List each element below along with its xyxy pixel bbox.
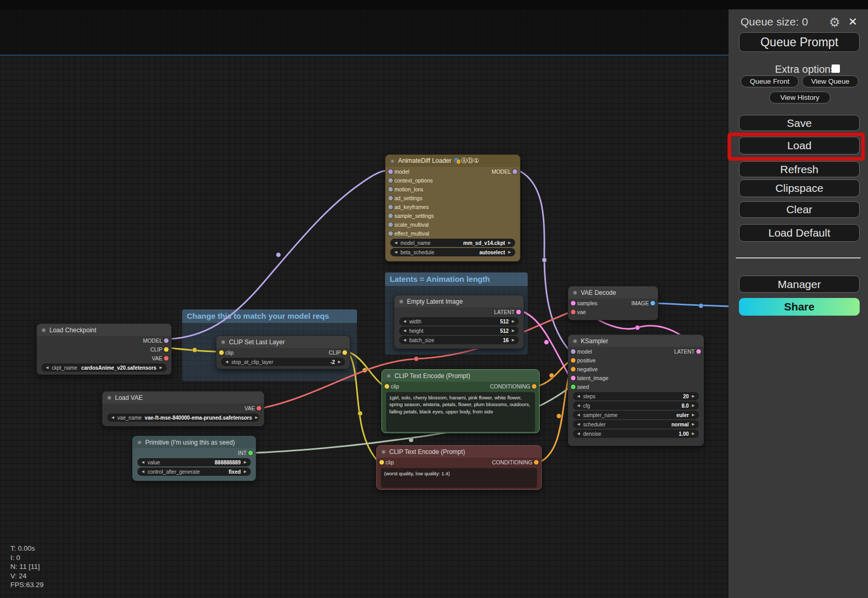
- widget-model_name[interactable]: ◀model_namemm_sd_v14.ckpt▶: [390, 239, 515, 247]
- widget-height[interactable]: ◀height512▶: [399, 327, 519, 335]
- widget-batch_size[interactable]: ◀batch_size16▶: [399, 336, 519, 344]
- node-title-bar[interactable]: Primitive (I'm using this as seed): [133, 436, 256, 448]
- widget-vae_name[interactable]: ◀vae_namevae-ft-mse-840000-ema-pruned.sa…: [107, 413, 259, 422]
- input-slot-clip[interactable]: [219, 350, 224, 355]
- output-slot-INT[interactable]: [248, 450, 253, 455]
- widget-increment-icon[interactable]: ▶: [512, 338, 515, 342]
- widget-increment-icon[interactable]: ▶: [692, 422, 695, 426]
- output-slot-CLIP[interactable]: [342, 350, 347, 355]
- clipspace-button[interactable]: Clipspace: [739, 179, 860, 197]
- input-slot-effect_multival[interactable]: [388, 231, 393, 236]
- input-slot-context_options[interactable]: [388, 178, 393, 183]
- manager-button[interactable]: Manager: [739, 276, 860, 293]
- widget-cfg[interactable]: ◀cfg8.0▶: [573, 401, 699, 410]
- node-title-bar[interactable]: AnimateDiff Loader 🎭ⒶⒹ①: [386, 155, 520, 167]
- input-slot-samples[interactable]: [571, 301, 576, 305]
- widget-decrement-icon[interactable]: ◀: [142, 460, 144, 464]
- reroute-dot[interactable]: [542, 258, 547, 263]
- node-title-bar[interactable]: Load VAE: [103, 392, 264, 404]
- save-button[interactable]: Save: [739, 115, 860, 131]
- widget-decrement-icon[interactable]: ◀: [46, 366, 48, 370]
- output-slot-MODEL[interactable]: [513, 169, 517, 174]
- queue-front-button[interactable]: Queue Front: [741, 75, 799, 87]
- widget-increment-icon[interactable]: ▶: [692, 404, 695, 408]
- widget-increment-icon[interactable]: ▶: [692, 413, 695, 417]
- widget-decrement-icon[interactable]: ◀: [142, 470, 144, 474]
- widget-sampler_name[interactable]: ◀sampler_nameeuler▶: [573, 411, 699, 419]
- node-title-bar[interactable]: Empty Latent Image: [394, 295, 524, 307]
- collapse-dot-icon[interactable]: [137, 440, 142, 445]
- widget-increment-icon[interactable]: ▶: [244, 470, 247, 474]
- extra-options-checkbox[interactable]: [832, 64, 840, 73]
- input-slot-sample_settings[interactable]: [388, 213, 393, 218]
- node-ksampler[interactable]: KSamplermodelLATENTpositivenegativelaten…: [568, 334, 704, 446]
- input-slot-model[interactable]: [388, 169, 393, 174]
- node-title-bar[interactable]: Load Checkpoint: [37, 324, 171, 336]
- node-animatediff-loader[interactable]: AnimateDiff Loader 🎭ⒶⒹ①modelMODELcontext…: [385, 154, 520, 262]
- widget-decrement-icon[interactable]: ◀: [577, 404, 580, 408]
- output-slot-CONDITIONING[interactable]: [534, 460, 539, 464]
- widget-increment-icon[interactable]: ▶: [255, 415, 258, 420]
- widget-decrement-icon[interactable]: ◀: [403, 319, 406, 323]
- load-default-button[interactable]: Load Default: [739, 224, 860, 242]
- widget-width[interactable]: ◀width512▶: [399, 317, 519, 326]
- clear-button[interactable]: Clear: [739, 201, 860, 218]
- input-slot-ad_settings[interactable]: [388, 196, 393, 200]
- widget-increment-icon[interactable]: ▶: [512, 329, 515, 333]
- reroute-dot[interactable]: [409, 438, 414, 443]
- collapse-dot-icon[interactable]: [381, 450, 386, 454]
- group-title[interactable]: Change this to match your model reqs: [182, 309, 357, 323]
- collapse-dot-icon[interactable]: [573, 291, 577, 295]
- widget-increment-icon[interactable]: ▶: [508, 241, 511, 245]
- node-load-vae[interactable]: Load VAEVAE◀vae_namevae-ft-mse-840000-em…: [102, 391, 264, 426]
- widget-increment-icon[interactable]: ▶: [508, 250, 511, 254]
- input-slot-clip[interactable]: [385, 384, 389, 388]
- collapse-dot-icon[interactable]: [221, 340, 225, 344]
- reroute-dot[interactable]: [544, 340, 549, 345]
- reroute-dot[interactable]: [358, 411, 363, 416]
- node-title-bar[interactable]: CLIP Text Encode (Prompt): [377, 446, 541, 458]
- close-icon[interactable]: ✕: [848, 16, 858, 28]
- input-slot-scale_multival[interactable]: [388, 222, 393, 227]
- share-button[interactable]: Share: [739, 298, 860, 316]
- node-title-bar[interactable]: VAE Decode: [568, 287, 658, 298]
- widget-value[interactable]: ◀value888888889▶: [137, 458, 251, 466]
- collapse-dot-icon[interactable]: [387, 374, 391, 378]
- input-slot-latent_image[interactable]: [571, 375, 576, 380]
- widget-decrement-icon[interactable]: ◀: [394, 241, 397, 245]
- input-slot-clip[interactable]: [379, 460, 384, 464]
- input-slot-seed[interactable]: [571, 384, 576, 389]
- widget-increment-icon[interactable]: ▶: [512, 319, 515, 323]
- widget-decrement-icon[interactable]: ◀: [403, 338, 406, 342]
- widget-decrement-icon[interactable]: ◀: [577, 422, 580, 426]
- node-clip-set-last-layer[interactable]: CLIP Set Last LayerclipCLIP◀stop_at_clip…: [216, 335, 350, 369]
- reroute-dot[interactable]: [276, 253, 281, 257]
- node-clip-text-encode-negative[interactable]: CLIP Text Encode (Prompt)clipCONDITIONIN…: [376, 445, 542, 490]
- widget-denoise[interactable]: ◀denoise1.00▶: [573, 430, 699, 438]
- node-empty-latent-image[interactable]: Empty Latent ImageLATENT◀width512▶◀heigh…: [394, 295, 524, 349]
- output-slot-VAE[interactable]: [164, 356, 169, 360]
- output-slot-IMAGE[interactable]: [650, 301, 655, 305]
- collapse-dot-icon[interactable]: [42, 328, 46, 332]
- view-history-button[interactable]: View History: [769, 92, 831, 103]
- collapse-dot-icon[interactable]: [399, 300, 403, 304]
- input-slot-motion_lora[interactable]: [388, 187, 393, 191]
- input-slot-positive[interactable]: [571, 358, 576, 362]
- load-button[interactable]: Load: [739, 137, 860, 154]
- output-slot-VAE[interactable]: [257, 406, 261, 410]
- widget-decrement-icon[interactable]: ◀: [225, 360, 228, 364]
- input-slot-ad_keyframes[interactable]: [388, 204, 393, 209]
- widget-increment-icon[interactable]: ▶: [244, 460, 247, 464]
- widget-scheduler[interactable]: ◀schedulernormal▶: [573, 420, 699, 428]
- widget-decrement-icon[interactable]: ◀: [394, 250, 397, 254]
- group-title[interactable]: Latents = Animation length: [385, 272, 528, 286]
- widget-decrement-icon[interactable]: ◀: [577, 413, 580, 417]
- widget-decrement-icon[interactable]: ◀: [111, 415, 114, 420]
- widget-beta_schedule[interactable]: ◀beta_scheduleautoselect▶: [390, 248, 515, 256]
- widget-decrement-icon[interactable]: ◀: [403, 329, 406, 333]
- node-primitive[interactable]: Primitive (I'm using this as seed)INT◀va…: [132, 436, 256, 481]
- widget-decrement-icon[interactable]: ◀: [577, 394, 580, 398]
- node-vae-decode[interactable]: VAE DecodesamplesIMAGEvae: [568, 286, 658, 320]
- reroute-dot[interactable]: [550, 373, 554, 378]
- prompt-text[interactable]: 1girl, solo, cherry blossom, hanami, pin…: [386, 392, 535, 432]
